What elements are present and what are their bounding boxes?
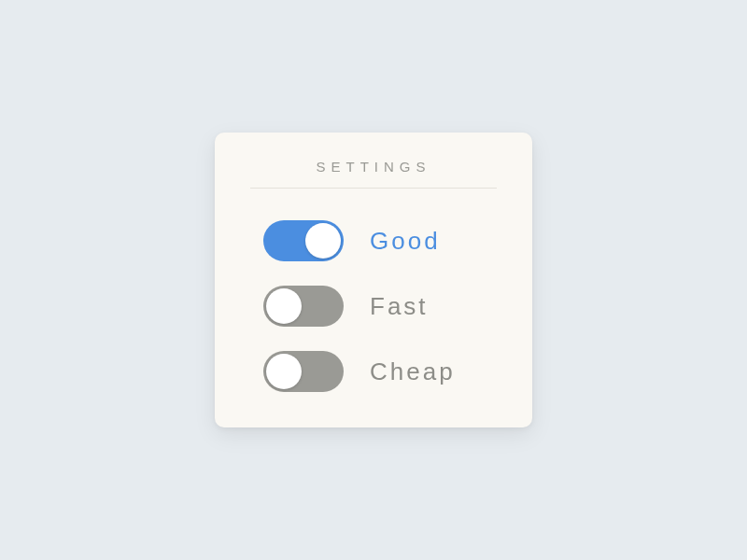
toggle-row-fast: Fast <box>250 286 497 327</box>
toggle-row-cheap: Cheap <box>250 351 497 392</box>
toggle-label-good: Good <box>370 227 441 256</box>
toggle-thumb <box>305 223 341 259</box>
toggle-good[interactable] <box>263 220 344 261</box>
toggle-thumb <box>266 288 302 324</box>
toggle-row-good: Good <box>250 220 497 261</box>
toggle-fast[interactable] <box>263 286 344 327</box>
settings-card: SETTINGS Good Fast Cheap <box>215 133 532 427</box>
toggle-thumb <box>266 354 302 389</box>
toggle-cheap[interactable] <box>263 351 344 392</box>
toggle-label-cheap: Cheap <box>370 357 456 386</box>
card-title: SETTINGS <box>250 159 497 189</box>
toggle-label-fast: Fast <box>370 292 429 321</box>
